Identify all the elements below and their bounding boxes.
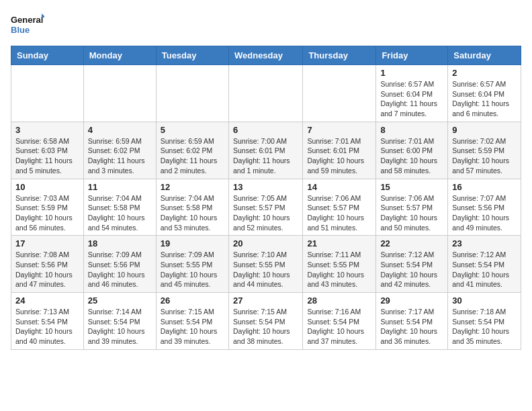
day-number: 9 [452, 125, 517, 135]
day-info: Sunrise: 7:13 AM Sunset: 5:54 PM Dayligh… [15, 307, 79, 347]
day-info: Sunrise: 6:57 AM Sunset: 6:04 PM Dayligh… [380, 79, 443, 119]
calendar-cell: 24Sunrise: 7:13 AM Sunset: 5:54 PM Dayli… [11, 293, 84, 350]
calendar-cell: 11Sunrise: 7:04 AM Sunset: 5:58 PM Dayli… [83, 179, 156, 236]
day-number: 5 [161, 125, 224, 135]
day-info: Sunrise: 7:15 AM Sunset: 5:54 PM Dayligh… [233, 307, 298, 347]
weekday-header-friday: Friday [376, 46, 448, 65]
calendar-cell: 1Sunrise: 6:57 AM Sunset: 6:04 PM Daylig… [376, 65, 448, 122]
calendar-cell: 4Sunrise: 6:59 AM Sunset: 6:02 PM Daylig… [83, 122, 156, 179]
day-number: 30 [452, 295, 517, 306]
calendar-cell: 7Sunrise: 7:01 AM Sunset: 6:01 PM Daylig… [303, 122, 376, 179]
day-info: Sunrise: 7:12 AM Sunset: 5:54 PM Dayligh… [380, 250, 443, 289]
logo-svg: General Blue [11, 11, 44, 38]
day-info: Sunrise: 7:15 AM Sunset: 5:54 PM Dayligh… [161, 307, 224, 347]
day-number: 14 [307, 182, 371, 192]
calendar-week-row: 1Sunrise: 6:57 AM Sunset: 6:04 PM Daylig… [11, 65, 521, 122]
day-number: 7 [307, 125, 371, 135]
calendar-cell: 3Sunrise: 6:58 AM Sunset: 6:03 PM Daylig… [11, 122, 84, 179]
calendar-cell: 10Sunrise: 7:03 AM Sunset: 5:59 PM Dayli… [11, 179, 84, 236]
calendar-cell: 18Sunrise: 7:09 AM Sunset: 5:56 PM Dayli… [83, 236, 156, 293]
weekday-header-monday: Monday [83, 46, 156, 65]
calendar-cell: 26Sunrise: 7:15 AM Sunset: 5:54 PM Dayli… [156, 293, 228, 350]
calendar-cell [11, 65, 84, 122]
calendar-cell: 16Sunrise: 7:07 AM Sunset: 5:56 PM Dayli… [448, 179, 521, 236]
day-number: 15 [380, 182, 443, 192]
day-info: Sunrise: 6:59 AM Sunset: 6:02 PM Dayligh… [88, 136, 152, 176]
day-number: 3 [15, 125, 79, 135]
day-info: Sunrise: 6:58 AM Sunset: 6:03 PM Dayligh… [15, 136, 79, 176]
day-number: 26 [161, 295, 224, 306]
calendar-cell: 2Sunrise: 6:57 AM Sunset: 6:04 PM Daylig… [448, 65, 521, 122]
calendar-cell [303, 65, 376, 122]
calendar-cell: 29Sunrise: 7:17 AM Sunset: 5:54 PM Dayli… [376, 293, 448, 350]
calendar-cell: 12Sunrise: 7:04 AM Sunset: 5:58 PM Dayli… [156, 179, 228, 236]
day-info: Sunrise: 7:04 AM Sunset: 5:58 PM Dayligh… [161, 193, 224, 233]
day-info: Sunrise: 7:11 AM Sunset: 5:55 PM Dayligh… [307, 250, 371, 289]
calendar-cell [228, 65, 302, 122]
svg-marker-2 [42, 13, 44, 17]
day-number: 23 [452, 238, 517, 248]
calendar-cell: 13Sunrise: 7:05 AM Sunset: 5:57 PM Dayli… [228, 179, 302, 236]
calendar-cell: 30Sunrise: 7:18 AM Sunset: 5:54 PM Dayli… [448, 293, 521, 350]
calendar-cell: 15Sunrise: 7:06 AM Sunset: 5:57 PM Dayli… [376, 179, 448, 236]
day-info: Sunrise: 7:02 AM Sunset: 5:59 PM Dayligh… [452, 136, 517, 176]
day-number: 13 [233, 182, 298, 192]
calendar-cell: 19Sunrise: 7:09 AM Sunset: 5:55 PM Dayli… [156, 236, 228, 293]
day-number: 1 [380, 68, 443, 78]
day-number: 22 [380, 238, 443, 248]
day-info: Sunrise: 7:16 AM Sunset: 5:54 PM Dayligh… [307, 307, 371, 347]
logo: General Blue [11, 11, 44, 38]
day-info: Sunrise: 7:00 AM Sunset: 6:01 PM Dayligh… [233, 136, 298, 176]
day-info: Sunrise: 7:12 AM Sunset: 5:54 PM Dayligh… [452, 250, 517, 289]
calendar-cell: 27Sunrise: 7:15 AM Sunset: 5:54 PM Dayli… [228, 293, 302, 350]
day-number: 28 [307, 295, 371, 306]
day-number: 2 [452, 68, 517, 78]
day-info: Sunrise: 7:06 AM Sunset: 5:57 PM Dayligh… [307, 193, 371, 233]
weekday-header-tuesday: Tuesday [156, 46, 228, 65]
day-info: Sunrise: 7:08 AM Sunset: 5:56 PM Dayligh… [15, 250, 79, 289]
calendar-week-row: 24Sunrise: 7:13 AM Sunset: 5:54 PM Dayli… [11, 293, 521, 350]
calendar-cell [83, 65, 156, 122]
day-number: 21 [307, 238, 371, 248]
day-number: 12 [161, 182, 224, 192]
day-info: Sunrise: 7:04 AM Sunset: 5:58 PM Dayligh… [88, 193, 152, 233]
day-number: 10 [15, 182, 79, 192]
day-info: Sunrise: 7:07 AM Sunset: 5:56 PM Dayligh… [452, 193, 517, 233]
day-number: 20 [233, 238, 298, 248]
day-info: Sunrise: 6:59 AM Sunset: 6:02 PM Dayligh… [161, 136, 224, 176]
day-info: Sunrise: 7:10 AM Sunset: 5:55 PM Dayligh… [233, 250, 298, 289]
calendar-cell: 28Sunrise: 7:16 AM Sunset: 5:54 PM Dayli… [303, 293, 376, 350]
weekday-header-row: SundayMondayTuesdayWednesdayThursdayFrid… [11, 46, 521, 65]
calendar-cell: 23Sunrise: 7:12 AM Sunset: 5:54 PM Dayli… [448, 236, 521, 293]
day-number: 29 [380, 295, 443, 306]
day-number: 27 [233, 295, 298, 306]
svg-text:Blue: Blue [11, 25, 30, 35]
calendar-week-row: 10Sunrise: 7:03 AM Sunset: 5:59 PM Dayli… [11, 179, 521, 236]
calendar-cell: 8Sunrise: 7:01 AM Sunset: 6:00 PM Daylig… [376, 122, 448, 179]
svg-text:General: General [11, 15, 43, 25]
day-info: Sunrise: 7:01 AM Sunset: 6:00 PM Dayligh… [380, 136, 443, 176]
calendar-week-row: 17Sunrise: 7:08 AM Sunset: 5:56 PM Dayli… [11, 236, 521, 293]
calendar-cell: 22Sunrise: 7:12 AM Sunset: 5:54 PM Dayli… [376, 236, 448, 293]
weekday-header-sunday: Sunday [11, 46, 84, 65]
day-info: Sunrise: 7:09 AM Sunset: 5:55 PM Dayligh… [161, 250, 224, 289]
day-number: 24 [15, 295, 79, 306]
day-info: Sunrise: 7:18 AM Sunset: 5:54 PM Dayligh… [452, 307, 517, 347]
calendar-week-row: 3Sunrise: 6:58 AM Sunset: 6:03 PM Daylig… [11, 122, 521, 179]
day-info: Sunrise: 7:17 AM Sunset: 5:54 PM Dayligh… [380, 307, 443, 347]
calendar-cell: 21Sunrise: 7:11 AM Sunset: 5:55 PM Dayli… [303, 236, 376, 293]
day-info: Sunrise: 6:57 AM Sunset: 6:04 PM Dayligh… [452, 79, 517, 119]
day-number: 8 [380, 125, 443, 135]
day-info: Sunrise: 7:09 AM Sunset: 5:56 PM Dayligh… [88, 250, 152, 289]
calendar-table: SundayMondayTuesdayWednesdayThursdayFrid… [11, 46, 521, 350]
calendar-cell: 17Sunrise: 7:08 AM Sunset: 5:56 PM Dayli… [11, 236, 84, 293]
day-info: Sunrise: 7:03 AM Sunset: 5:59 PM Dayligh… [15, 193, 79, 233]
weekday-header-thursday: Thursday [303, 46, 376, 65]
day-number: 4 [88, 125, 152, 135]
calendar-cell: 6Sunrise: 7:00 AM Sunset: 6:01 PM Daylig… [228, 122, 302, 179]
day-number: 17 [15, 238, 79, 248]
calendar-cell: 5Sunrise: 6:59 AM Sunset: 6:02 PM Daylig… [156, 122, 228, 179]
calendar-cell: 20Sunrise: 7:10 AM Sunset: 5:55 PM Dayli… [228, 236, 302, 293]
day-info: Sunrise: 7:14 AM Sunset: 5:54 PM Dayligh… [88, 307, 152, 347]
page-header: General Blue [11, 11, 521, 38]
